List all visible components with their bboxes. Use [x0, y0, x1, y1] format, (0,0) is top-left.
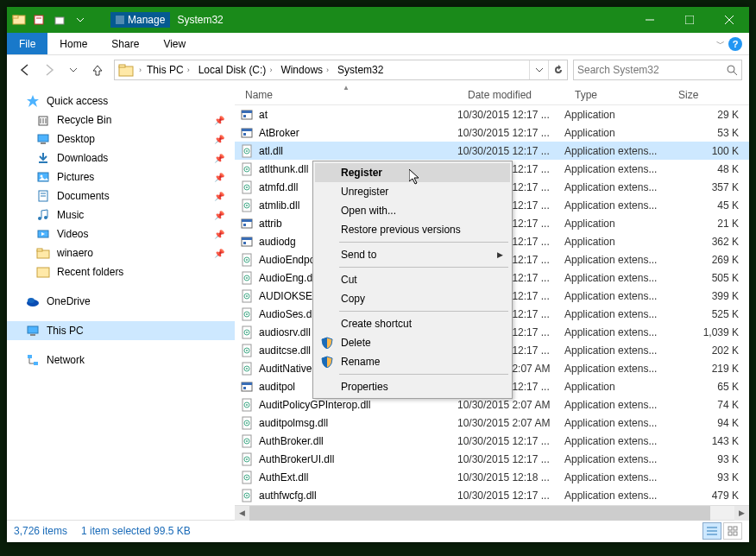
- svg-rect-64: [242, 237, 252, 240]
- file-row[interactable]: authfwcfg.dll10/30/2015 12:17 ...Applica…: [235, 486, 749, 504]
- nav-pinned-item[interactable]: Recycle Bin📌: [7, 111, 235, 130]
- breadcrumb-item[interactable]: System32: [334, 60, 387, 79]
- address-bar[interactable]: › This PC› Local Disk (C:)› Windows› Sys…: [114, 60, 568, 80]
- file-name: AuthBrokerUI.dll: [259, 453, 334, 465]
- help-button[interactable]: ?: [728, 37, 742, 51]
- breadcrumb-item[interactable]: This PC›: [143, 60, 195, 79]
- window-title: System32: [177, 14, 223, 26]
- file-icon: [240, 126, 254, 140]
- file-name: attrib: [259, 218, 282, 230]
- svg-point-80: [246, 332, 248, 333]
- context-menu-item[interactable]: Send to▶: [315, 245, 510, 264]
- chevron-right-icon: ▶: [497, 250, 503, 259]
- file-icon: [240, 344, 254, 357]
- file-row[interactable]: AuthBrokerUI.dll10/30/2015 12:17 ...Appl…: [235, 450, 749, 468]
- context-menu-item[interactable]: Create shortcut: [315, 314, 510, 333]
- file-type: Application extens...: [564, 254, 668, 266]
- file-row[interactable]: at10/30/2015 12:17 ...Application29 K: [235, 105, 749, 123]
- view-large-button[interactable]: [723, 522, 742, 540]
- qat-new-folder[interactable]: [50, 10, 69, 29]
- nav-network[interactable]: Network: [7, 351, 235, 370]
- scroll-right-icon[interactable]: ▶: [734, 506, 749, 521]
- svg-rect-113: [728, 532, 732, 535]
- nav-pinned-item[interactable]: winaero📌: [7, 243, 235, 262]
- file-size: 357 K: [668, 181, 749, 193]
- nav-pinned-item[interactable]: Music📌: [7, 205, 235, 224]
- context-menu-item[interactable]: Rename: [315, 352, 510, 371]
- svg-point-86: [246, 368, 248, 370]
- breadcrumb-item[interactable]: Local Disk (C:)›: [195, 60, 278, 79]
- col-date[interactable]: Date modified: [457, 85, 564, 104]
- nav-recent-folders[interactable]: Recent folders: [7, 262, 235, 281]
- context-menu-item[interactable]: Unregister: [315, 182, 510, 201]
- refresh-button[interactable]: [548, 60, 567, 79]
- file-name: AtBroker: [259, 127, 299, 139]
- tab-view[interactable]: View: [151, 33, 198, 54]
- svg-rect-89: [243, 387, 246, 389]
- nav-pinned-item[interactable]: Documents📌: [7, 186, 235, 205]
- tab-share[interactable]: Share: [99, 33, 151, 54]
- svg-rect-10: [119, 66, 133, 76]
- status-item-count: 3,726 items: [14, 525, 67, 537]
- context-menu-item[interactable]: Copy: [315, 289, 510, 308]
- col-name[interactable]: ▲Name: [235, 85, 457, 104]
- context-menu-item[interactable]: Register: [315, 163, 510, 182]
- maximize-button[interactable]: [670, 7, 709, 33]
- forward-button[interactable]: [38, 59, 60, 81]
- nav-pinned-item[interactable]: Downloads📌: [7, 148, 235, 167]
- up-button[interactable]: [86, 59, 109, 81]
- recent-locations-button[interactable]: [62, 59, 85, 81]
- context-menu-item[interactable]: Open with...: [315, 201, 510, 220]
- search-input[interactable]: Search System32: [573, 60, 742, 80]
- context-menu-item[interactable]: Cut: [315, 270, 510, 289]
- file-row[interactable]: AuthExt.dll10/30/2015 12:18 ...Applicati…: [235, 468, 749, 486]
- chevron-right-icon[interactable]: ›: [137, 66, 143, 74]
- view-details-button[interactable]: [702, 522, 721, 540]
- context-menu-item[interactable]: Properties: [315, 377, 510, 396]
- nav-pinned-item[interactable]: Pictures📌: [7, 167, 235, 186]
- file-size: 53 K: [668, 127, 749, 139]
- tab-file[interactable]: File: [7, 33, 47, 54]
- svg-point-35: [28, 298, 35, 303]
- col-type[interactable]: Type: [564, 85, 668, 104]
- titlebar: Manage System32: [7, 7, 749, 33]
- close-button[interactable]: [709, 7, 749, 33]
- file-icon: [240, 452, 254, 466]
- tab-home[interactable]: Home: [47, 33, 99, 54]
- nav-onedrive[interactable]: OneDrive: [7, 292, 235, 311]
- nav-pinned-item[interactable]: Videos📌: [7, 224, 235, 243]
- file-type: Application: [564, 381, 668, 393]
- expand-ribbon-icon[interactable]: ﹀: [716, 38, 725, 50]
- file-row[interactable]: AuthBroker.dll10/30/2015 12:17 ...Applic…: [235, 432, 749, 450]
- address-dropdown[interactable]: [529, 60, 548, 79]
- qat-dropdown[interactable]: [71, 10, 90, 29]
- pin-icon: 📌: [214, 249, 224, 258]
- download-icon: [36, 151, 50, 165]
- svg-point-27: [38, 217, 41, 220]
- folder-icon: [118, 62, 134, 78]
- nav-quick-access[interactable]: Quick access: [7, 92, 235, 111]
- file-row[interactable]: AtBroker10/30/2015 12:17 ...Application5…: [235, 123, 749, 142]
- nav-pinned-item[interactable]: Desktop📌: [7, 130, 235, 148]
- file-icon: [240, 307, 254, 321]
- scroll-thumb[interactable]: [249, 506, 710, 521]
- breadcrumb-item[interactable]: Windows›: [277, 60, 334, 79]
- file-size: 29 K: [668, 109, 749, 121]
- file-row[interactable]: atl.dll10/30/2015 12:17 ...Application e…: [235, 142, 749, 160]
- status-selection: 1 item selected 99.5 KB: [81, 525, 191, 537]
- context-menu-item[interactable]: Delete: [315, 333, 510, 352]
- col-size[interactable]: Size: [668, 85, 749, 104]
- file-type: Application extens...: [564, 417, 668, 429]
- nav-this-pc[interactable]: This PC: [7, 321, 235, 340]
- file-type: Application extens...: [564, 199, 668, 212]
- horizontal-scrollbar[interactable]: ◀ ▶: [235, 505, 749, 520]
- minimize-button[interactable]: [630, 7, 670, 33]
- file-row[interactable]: auditpolmsg.dll10/30/2015 2:07 AMApplica…: [235, 414, 749, 432]
- scroll-left-icon[interactable]: ◀: [235, 506, 249, 521]
- context-menu-item[interactable]: Restore previous versions: [315, 220, 510, 239]
- file-type: Application extens...: [564, 181, 668, 193]
- back-button[interactable]: [14, 59, 36, 81]
- file-name: atmlib.dll: [259, 199, 299, 212]
- qat-properties[interactable]: [29, 10, 48, 29]
- svg-point-74: [246, 295, 248, 297]
